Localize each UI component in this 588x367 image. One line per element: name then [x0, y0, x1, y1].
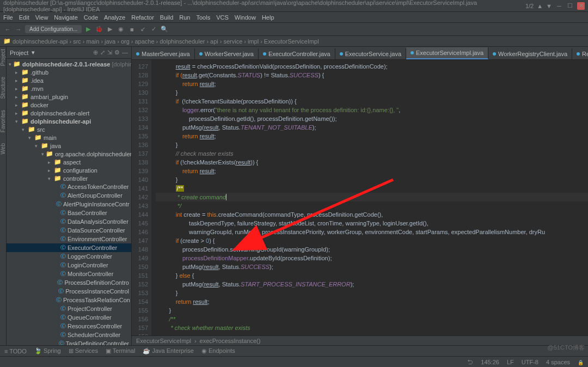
tree-item[interactable]: ▸📁aspect: [7, 158, 131, 166]
vcs-commit-icon[interactable]: ✓: [149, 25, 158, 34]
editor-tab[interactable]: ExecutorService.java: [335, 48, 406, 59]
tree-item[interactable]: ⒸProcessDefinitionContro: [7, 278, 131, 287]
goto-icon[interactable]: ⮌: [467, 359, 473, 365]
bottom-tool-services[interactable]: ⊞ Services: [69, 347, 98, 354]
close-icon[interactable]: ✕: [577, 2, 585, 10]
editor-tab[interactable]: ExecutorController.java: [259, 48, 335, 59]
menu-view[interactable]: View: [35, 14, 48, 21]
tree-item[interactable]: ▾📁java: [7, 142, 131, 150]
run-icon[interactable]: ▶: [84, 25, 93, 34]
tree-item[interactable]: ▸📁.github: [7, 68, 131, 76]
bottom-tool-terminal[interactable]: ▣ Terminal: [106, 347, 135, 354]
tree-item[interactable]: ⒸLoginController: [7, 261, 131, 270]
stop-icon[interactable]: ■: [127, 25, 136, 34]
menu-analyze[interactable]: Analyze: [104, 14, 125, 21]
project-tool-button[interactable]: Project: [0, 49, 6, 66]
menu-window[interactable]: Window: [235, 14, 256, 21]
run-config-dropdown[interactable]: Add Configuration...: [25, 25, 82, 33]
dropdown-icon[interactable]: ▾: [32, 49, 35, 56]
menu-navigate[interactable]: Navigate: [54, 14, 77, 21]
settings-icon[interactable]: ⚙: [114, 49, 120, 56]
tree-item[interactable]: ⒸSchedulerController: [7, 331, 131, 339]
select-opened-icon[interactable]: ⊕: [93, 49, 98, 56]
search-up-icon[interactable]: ▲: [537, 3, 543, 9]
tree-item[interactable]: ▸📁.idea: [7, 76, 131, 84]
breadcrumb-item[interactable]: src: [73, 38, 81, 45]
menu-help[interactable]: Help: [262, 14, 274, 21]
menu-vcs[interactable]: VCS: [216, 14, 229, 21]
bottom-tool-spring[interactable]: 🍃 Spring: [34, 347, 61, 354]
encoding[interactable]: UTF-8: [522, 359, 538, 365]
tree-item[interactable]: ⒸBaseController: [7, 209, 131, 217]
breadcrumb-item[interactable]: ExecutorServiceImpl: [264, 38, 319, 45]
web-tool-button[interactable]: Web: [0, 143, 6, 154]
editor-tab[interactable]: RegistryClient.java: [572, 48, 588, 59]
tree-item[interactable]: ⒸTaskDefinitionController: [7, 339, 131, 345]
breadcrumb-item[interactable]: apache: [134, 38, 154, 45]
tree-item[interactable]: ⒸDataAnalysisController: [7, 217, 131, 226]
readonly-icon[interactable]: [578, 359, 584, 365]
crumb-method[interactable]: execProcessInstance(): [200, 338, 261, 344]
menu-refactor[interactable]: Refactor: [131, 14, 154, 21]
code-content[interactable]: result = checkProcessDefinitionValid(pro…: [151, 60, 588, 335]
tree-item[interactable]: ⒸEnvironmentController: [7, 235, 131, 243]
forward-icon[interactable]: →: [14, 25, 23, 34]
back-icon[interactable]: ←: [3, 25, 12, 34]
tree-item[interactable]: ⒸProjectController: [7, 304, 131, 313]
line-separator[interactable]: LF: [507, 359, 514, 365]
tree-item[interactable]: ▸📁docker: [7, 101, 131, 109]
favorites-tool-button[interactable]: Favorites: [0, 110, 6, 132]
project-tree[interactable]: ▾📁dolphinscheduler-2.0.1-release [dolphi…: [7, 59, 131, 345]
tree-item[interactable]: ▾📁main: [7, 133, 131, 142]
search-icon[interactable]: 🔍: [160, 25, 169, 34]
tree-item[interactable]: ⒸLoggerController: [7, 252, 131, 261]
tree-item[interactable]: ⒸAccessTokenController: [7, 182, 131, 191]
bottom-tool-todo[interactable]: ≡ TODO: [4, 348, 27, 354]
breadcrumb-item[interactable]: main: [87, 38, 100, 45]
breadcrumb-item[interactable]: org: [121, 38, 130, 45]
maximize-icon[interactable]: ☐: [566, 2, 574, 10]
breadcrumb-item[interactable]: impl: [248, 38, 259, 45]
tree-item[interactable]: ▾📁org.apache.dolphinscheduler: [7, 150, 131, 158]
debug-icon[interactable]: 🐞: [95, 25, 103, 34]
tree-item[interactable]: ▸📁ambari_plugin: [7, 93, 131, 101]
crumb-class[interactable]: ExecutorServiceImpl: [136, 338, 191, 344]
tree-item[interactable]: ⒸProcessTaskRelationCon: [7, 296, 131, 304]
structure-tool-button[interactable]: Structure: [0, 77, 6, 99]
tree-item[interactable]: ▾📁controller: [7, 174, 131, 182]
editor-body[interactable]: 1271281291301311321331341351361371381391…: [132, 60, 588, 335]
hide-icon[interactable]: —: [122, 49, 128, 56]
minimize-icon[interactable]: ─: [555, 2, 563, 10]
breadcrumb-item[interactable]: dolphinscheduler-api: [13, 38, 68, 45]
menu-build[interactable]: Build: [160, 14, 173, 21]
tree-item[interactable]: ▾📁dolphinscheduler-2.0.1-release [dolphi…: [7, 60, 131, 68]
tree-item[interactable]: ▸📁dolphinscheduler-alert: [7, 109, 131, 117]
tree-item[interactable]: ⒸAlertGroupController: [7, 191, 131, 200]
tree-item[interactable]: ⒸDataSourceController: [7, 226, 131, 235]
tree-item[interactable]: ⒸQueueController: [7, 313, 131, 322]
tree-item[interactable]: ▸📁.mvn: [7, 84, 131, 93]
expand-icon[interactable]: ⤢: [100, 49, 105, 56]
tree-item[interactable]: ⒸResourcesController: [7, 322, 131, 331]
editor-tab[interactable]: WorkerServer.java: [195, 48, 259, 59]
tree-item[interactable]: ⒸAlertPluginInstanceContr: [7, 200, 131, 209]
menu-file[interactable]: File: [3, 14, 13, 21]
breadcrumb-item[interactable]: java: [105, 38, 115, 45]
bottom-tool-java-enterprise[interactable]: ☕ Java Enterprise: [143, 347, 193, 354]
indent[interactable]: 4 spaces: [546, 359, 570, 365]
coverage-icon[interactable]: ▶: [106, 25, 114, 34]
bottom-tool-endpoints[interactable]: ◉ Endpoints: [201, 347, 235, 354]
tree-item[interactable]: ⒸProcessInstanceControl: [7, 287, 131, 296]
collapse-icon[interactable]: ⇲: [107, 49, 112, 56]
cursor-position[interactable]: 145:26: [481, 359, 499, 365]
breadcrumb-item[interactable]: service: [223, 38, 242, 45]
profile-icon[interactable]: ◉: [117, 25, 125, 34]
breadcrumb-item[interactable]: api: [210, 38, 218, 45]
editor-tab[interactable]: MasterServer.java: [132, 48, 195, 59]
tree-item[interactable]: ⒸExecutorController: [7, 243, 131, 252]
vcs-update-icon[interactable]: ↙: [138, 25, 147, 34]
tree-item[interactable]: ▾📁dolphinscheduler-api: [7, 117, 131, 125]
menu-code[interactable]: Code: [84, 14, 98, 21]
editor-tab[interactable]: ExecutorServiceImpl.java: [406, 47, 488, 59]
search-down-icon[interactable]: ▼: [546, 3, 552, 9]
